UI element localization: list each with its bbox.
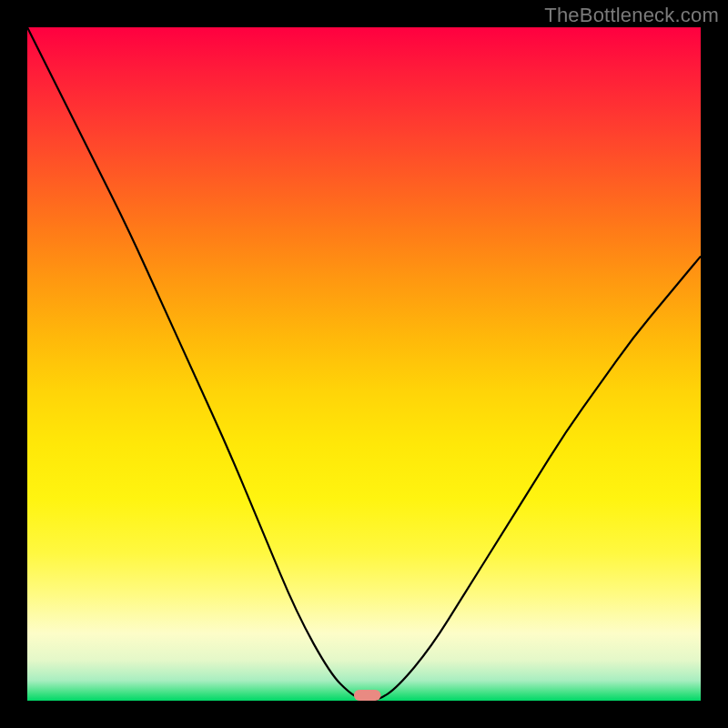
background-gradient	[27, 27, 701, 701]
watermark-text: TheBottleneck.com	[544, 4, 719, 27]
chart-frame: TheBottleneck.com	[0, 0, 728, 728]
plot-area	[27, 27, 701, 701]
